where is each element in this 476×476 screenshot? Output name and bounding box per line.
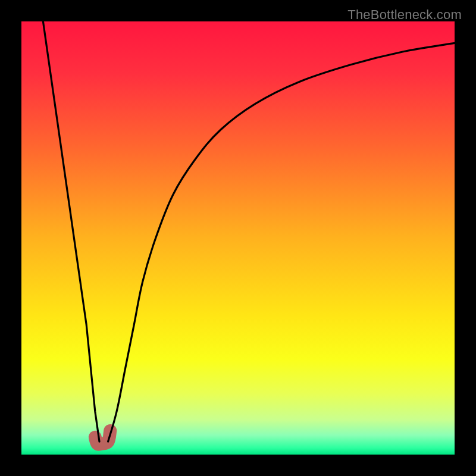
chart-frame: TheBottleneck.com xyxy=(0,0,476,476)
left-descent-curve xyxy=(43,21,99,441)
plot-area xyxy=(21,21,455,455)
right-ascent-curve xyxy=(108,43,455,441)
watermark-text: TheBottleneck.com xyxy=(347,7,462,23)
chart-lines xyxy=(21,21,455,455)
